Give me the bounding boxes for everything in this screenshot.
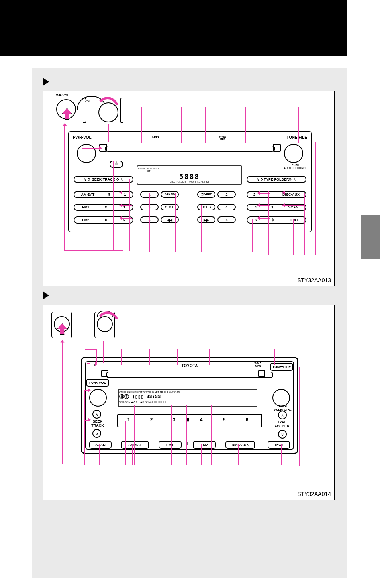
fm2-button[interactable]: FM2 (193, 441, 216, 449)
callout-line (84, 390, 85, 465)
lcd-display: CD IN ⟳ ⊚ SCAN ST 5888 DISC FOLDER TRACK… (137, 165, 242, 185)
disc-down-button[interactable]: ∨ DISC (161, 204, 179, 210)
rpt-button[interactable]: ⊐⟳RPT (197, 191, 215, 198)
tune-file-knob[interactable] (284, 144, 303, 163)
divider (117, 427, 261, 427)
divider-icon: ⏸ (185, 441, 189, 446)
type-folder-label: TYPE FOLDER (273, 420, 291, 428)
callout-line (121, 205, 132, 206)
type-folder-rocker[interactable]: ∨ ⟳TYPE·FOLDER⟳ ∧ (247, 176, 306, 183)
arrow-tip-icon (119, 216, 122, 220)
callout-line (235, 405, 235, 465)
arrow-tip-icon (88, 418, 91, 422)
pwr-vol-knob[interactable] (77, 144, 96, 163)
bracket-icon (120, 98, 123, 123)
eject-button[interactable]: ≜ (110, 161, 123, 168)
callout-line (87, 363, 90, 364)
callout-line (62, 341, 63, 464)
pwr-vol-knob[interactable] (89, 389, 107, 407)
callout-line (149, 421, 149, 465)
callout-line (175, 193, 176, 252)
callout-line (85, 349, 96, 350)
cd-slot[interactable] (106, 372, 273, 378)
callout-line (186, 405, 187, 465)
type-down-button[interactable]: ∨ (278, 430, 287, 439)
brand-label: TOYOTA (82, 364, 297, 368)
pwr-vol-label-button: PWR·VOL (86, 379, 109, 387)
knob-icon (98, 102, 118, 122)
callout-line (315, 142, 316, 255)
type-up-button[interactable]: ∧ (278, 411, 287, 419)
callout-line (205, 107, 206, 143)
slot-end-icon (258, 370, 265, 377)
callout-line (238, 444, 239, 465)
fm1-button[interactable]: FM1 (159, 441, 182, 449)
disc-aux-button[interactable]: 2⇕DISC·AUX (247, 191, 306, 198)
arrow-tip-icon (99, 146, 102, 150)
text-button[interactable]: TEXT (268, 441, 290, 449)
section-side-tab (361, 215, 380, 259)
callout-line (121, 349, 122, 365)
disc-aux-button[interactable]: DISC·AUX (225, 441, 255, 449)
triangle-bullet-icon (43, 291, 49, 299)
callout-line (211, 405, 212, 465)
callout-line (201, 205, 202, 252)
arrow-tip-icon (257, 216, 260, 220)
arrow-tip-icon (63, 123, 67, 126)
seek-up-button[interactable]: ∧ (92, 410, 101, 419)
arrow-tip-icon (282, 191, 285, 195)
callout-line (259, 218, 270, 219)
callout-line (141, 107, 142, 143)
rand-button[interactable]: ⟳RAND (161, 191, 179, 198)
callout-line (157, 405, 157, 465)
callout-line (293, 219, 294, 255)
scan-button[interactable]: 4⇕SCAN (247, 204, 306, 211)
callout-line (299, 367, 300, 466)
rewind-button[interactable]: ◀◀ (161, 216, 179, 223)
callout-line (284, 205, 305, 206)
callout-line (64, 124, 65, 251)
type-a-detached-knobs: WR·VOL VOL (56, 95, 140, 130)
arrow-tip-icon (88, 388, 91, 392)
am-sat-button[interactable]: AM·SAT⇕1 (74, 191, 133, 198)
type-b-detached-knobs (51, 312, 135, 348)
callout-line (171, 405, 172, 465)
callout-line (201, 444, 202, 465)
disc-up-button[interactable]: DISC ∧ (197, 204, 215, 210)
fm2-button[interactable]: FM2⇕5 (74, 216, 133, 224)
callout-line (82, 148, 101, 149)
callout-line (86, 124, 86, 142)
text-button[interactable]: 6⇕TEXT (247, 216, 306, 224)
fast-forward-button[interactable]: ▶▶ (197, 216, 215, 223)
preset-2-button[interactable]: 2 (217, 191, 236, 198)
arrow-tip-icon (119, 203, 122, 207)
callout-line (113, 161, 114, 251)
seek-track-rocker[interactable]: ∨ ⟳ SEEK·TRACK ⟳ ∧ (74, 176, 133, 183)
callout-line (149, 193, 150, 252)
callout-line (209, 349, 210, 365)
fm1-button[interactable]: FM1⇕3 (74, 204, 133, 211)
callout-line (64, 250, 123, 251)
callout-line (82, 148, 82, 252)
tune-file-knob[interactable] (272, 389, 290, 407)
triangle-bullet-icon (43, 78, 49, 86)
callout-line (121, 193, 132, 193)
radio-type-a-frame: PWR·VOL CDIN WMA MP3 TUNE·FILE PUSH AUDI… (68, 131, 312, 232)
callout-line (259, 193, 270, 194)
slot-end-icon (273, 144, 281, 152)
content-area: STY32AA013 WR·VOL VOL PWR·VOL CDIN WMA M… (32, 68, 347, 578)
callout-line (129, 179, 130, 251)
arrow-tip-icon (95, 362, 98, 366)
preset-row-frame (117, 414, 262, 427)
callout-line (177, 349, 178, 365)
tune-file-label: TUNE·FILE (286, 135, 307, 141)
callout-line (304, 193, 305, 255)
cd-slot[interactable] (105, 146, 275, 152)
audio-control-label: PUSH AUDIO CONTROL (284, 164, 307, 169)
callout-line (281, 444, 282, 465)
callout-line (235, 349, 235, 365)
seek-down-button[interactable]: ∨ (92, 429, 101, 438)
callout-line (96, 349, 97, 363)
scan-button[interactable]: SCAN (89, 441, 112, 449)
callout-line (103, 341, 104, 363)
